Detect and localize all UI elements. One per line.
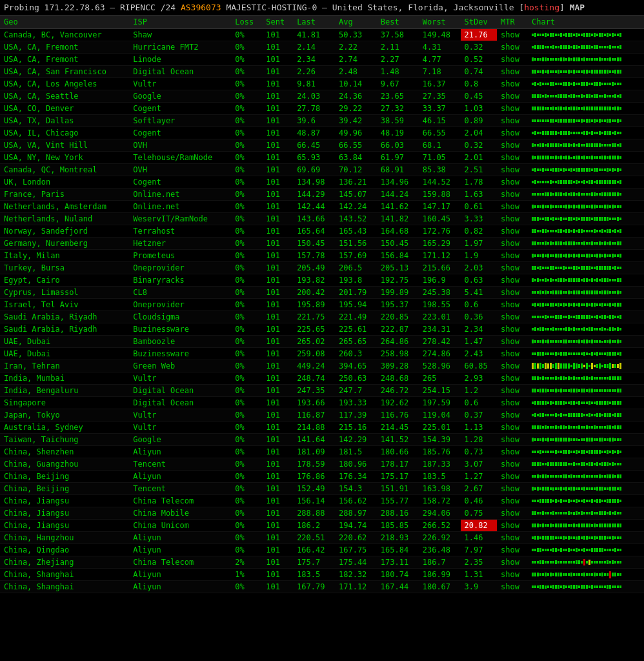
mtr-show-link[interactable]: show [501,509,519,518]
mtr-show-link[interactable]: show [501,361,519,371]
mtr-show-link[interactable]: show [501,227,519,236]
mtr-show-link[interactable]: show [501,496,519,505]
cell-last: 142.44 [293,201,335,213]
mtr-show-link[interactable]: show [501,349,519,358]
cell-mtr[interactable]: show [497,544,528,556]
cell-mtr[interactable]: show [497,409,528,422]
cell-last: 65.93 [293,152,335,164]
asn-link[interactable]: AS396073 [181,3,221,12]
cell-mtr[interactable]: show [497,397,528,409]
cell-mtr[interactable]: show [497,520,528,532]
mtr-show-link[interactable]: show [501,43,519,52]
mtr-show-link[interactable]: show [501,251,519,260]
mtr-show-link[interactable]: show [501,570,519,579]
mtr-show-link[interactable]: show [501,533,519,542]
mtr-show-link[interactable]: show [501,214,519,223]
cell-mtr[interactable]: show [497,556,528,569]
mtr-show-link[interactable]: show [501,521,519,530]
mtr-show-link[interactable]: show [501,190,519,199]
mtr-show-link[interactable]: show [501,263,519,272]
cell-mtr[interactable]: show [497,225,528,238]
mtr-show-link[interactable]: show [501,460,519,469]
cell-mtr[interactable]: show [497,29,528,41]
mtr-show-link[interactable]: show [501,447,519,456]
cell-mtr[interactable]: show [497,41,528,54]
mtr-show-link[interactable]: show [501,202,519,211]
mtr-show-link[interactable]: show [501,558,519,567]
mtr-show-link[interactable]: show [501,435,519,444]
cell-mtr[interactable]: show [497,495,528,507]
cell-mtr[interactable]: show [497,152,528,164]
cell-mtr[interactable]: show [497,90,528,103]
mtr-show-link[interactable]: show [501,545,519,554]
cell-mtr[interactable]: show [497,287,528,299]
cell-mtr[interactable]: show [497,336,528,348]
cell-mtr[interactable]: show [497,188,528,201]
cell-mtr[interactable]: show [497,238,528,250]
mtr-show-link[interactable]: show [501,128,519,137]
mtr-show-link[interactable]: show [501,153,519,162]
mtr-show-link[interactable]: show [501,141,519,150]
mtr-show-link[interactable]: show [501,67,519,76]
cell-mtr[interactable]: show [497,311,528,323]
cell-mtr[interactable]: show [497,422,528,434]
cell-mtr[interactable]: show [497,127,528,139]
cell-mtr[interactable]: show [497,66,528,78]
mtr-show-link[interactable]: show [501,178,519,187]
cell-best: 156.84 [377,250,419,262]
cell-mtr[interactable]: show [497,471,528,483]
cell-mtr[interactable]: show [497,176,528,188]
map-link[interactable]: MAP [570,3,585,12]
mtr-show-link[interactable]: show [501,411,519,420]
cell-mtr[interactable]: show [497,299,528,311]
mtr-show-link[interactable]: show [501,312,519,321]
cell-mtr[interactable]: show [497,360,528,372]
mtr-show-link[interactable]: show [501,288,519,297]
mtr-show-link[interactable]: show [501,165,519,174]
cell-loss: 0% [231,139,262,152]
cell-mtr[interactable]: show [497,213,528,225]
mtr-show-link[interactable]: show [501,386,519,395]
mtr-show-link[interactable]: show [501,276,519,285]
mtr-show-link[interactable]: show [501,104,519,113]
mtr-show-link[interactable]: show [501,239,519,248]
cell-mtr[interactable]: show [497,103,528,115]
mtr-show-link[interactable]: show [501,472,519,481]
mtr-show-link[interactable]: show [501,398,519,407]
cell-mtr[interactable]: show [497,54,528,66]
cell-mtr[interactable]: show [497,348,528,360]
cell-mtr[interactable]: show [497,569,528,581]
mtr-show-link[interactable]: show [501,374,519,383]
mtr-show-link[interactable]: show [501,30,519,39]
cell-mtr[interactable]: show [497,434,528,446]
cell-mtr[interactable]: show [497,250,528,262]
cell-loss: 0% [231,29,262,41]
mtr-show-link[interactable]: show [501,325,519,334]
cell-mtr[interactable]: show [497,483,528,495]
cell-mtr[interactable]: show [497,458,528,471]
cell-mtr[interactable]: show [497,507,528,520]
hosting-link[interactable]: hosting [524,3,559,12]
cell-mtr[interactable]: show [497,446,528,458]
cell-mtr[interactable]: show [497,323,528,336]
cell-mtr[interactable]: show [497,274,528,287]
cell-mtr[interactable]: show [497,115,528,127]
mtr-show-link[interactable]: show [501,116,519,125]
mtr-show-link[interactable]: show [501,92,519,101]
cell-mtr[interactable]: show [497,372,528,385]
cell-mtr[interactable]: show [497,581,528,593]
mtr-show-link[interactable]: show [501,55,519,64]
mtr-show-link[interactable]: show [501,423,519,432]
mtr-show-link[interactable]: show [501,300,519,309]
cell-mtr[interactable]: show [497,164,528,176]
mtr-show-link[interactable]: show [501,79,519,88]
mtr-show-link[interactable]: show [501,582,519,591]
cell-mtr[interactable]: show [497,78,528,90]
cell-mtr[interactable]: show [497,385,528,397]
mtr-show-link[interactable]: show [501,484,519,493]
mtr-show-link[interactable]: show [501,337,519,346]
cell-mtr[interactable]: show [497,201,528,213]
cell-mtr[interactable]: show [497,262,528,274]
cell-mtr[interactable]: show [497,532,528,544]
cell-mtr[interactable]: show [497,139,528,152]
